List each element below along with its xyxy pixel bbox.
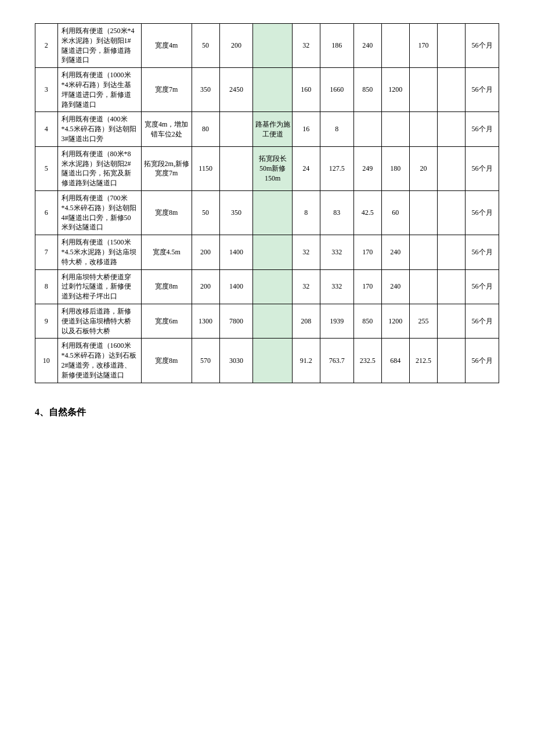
table-cell-4-10 — [409, 190, 437, 235]
table-cell-8-2: 宽度8m — [141, 339, 192, 383]
table-cell-7-2: 宽度6m — [141, 304, 192, 338]
table-cell-1-0: 3 — [35, 68, 58, 112]
table-cell-5-10 — [409, 235, 437, 269]
table-cell-8-10: 212.5 — [409, 339, 437, 383]
table-cell-0-0: 2 — [35, 24, 58, 68]
table-cell-1-11 — [438, 68, 466, 112]
data-table: 2利用既有便道（250米*4米水泥路）到达朝阳1#隧道进口旁，新修道路到隧道口宽… — [35, 23, 499, 383]
table-cell-7-10: 255 — [409, 304, 437, 338]
table-cell-1-7: 1660 — [320, 68, 353, 112]
table-cell-7-8: 850 — [353, 304, 381, 338]
table-cell-2-7: 8 — [320, 112, 353, 146]
table-cell-7-3: 1300 — [192, 304, 219, 338]
table-cell-7-11 — [438, 304, 466, 338]
table-cell-3-0: 5 — [35, 146, 58, 190]
table-cell-6-0: 8 — [35, 269, 58, 304]
table-cell-1-5 — [253, 68, 292, 112]
table-cell-2-1: 利用既有便道（400米*4.5米碎石路）到达朝阳3#隧道出口旁 — [57, 112, 141, 146]
section-title: 4、自然条件 — [35, 406, 499, 419]
table-cell-8-6: 91.2 — [292, 339, 320, 383]
table-cell-2-8 — [353, 112, 381, 146]
table-cell-8-8: 232.5 — [353, 339, 381, 383]
table-cell-0-7: 186 — [320, 24, 353, 68]
table-cell-5-9: 240 — [381, 235, 409, 269]
table-cell-6-10 — [409, 269, 437, 304]
main-table-container: 2利用既有便道（250米*4米水泥路）到达朝阳1#隧道进口旁，新修道路到隧道口宽… — [35, 23, 499, 383]
table-cell-1-4: 2450 — [219, 68, 253, 112]
table-cell-0-3: 50 — [192, 24, 219, 68]
table-cell-5-7: 332 — [320, 235, 353, 269]
table-cell-8-12: 56个月 — [466, 339, 499, 383]
table-cell-6-11 — [438, 269, 466, 304]
table-cell-3-12: 56个月 — [466, 146, 499, 190]
table-cell-7-0: 9 — [35, 304, 58, 338]
table-row: 6利用既有便道（700米*4.5米碎石路）到达朝阳4#隧道出口旁，新修50米到达… — [35, 190, 499, 235]
table-cell-7-7: 1939 — [320, 304, 353, 338]
table-cell-4-3: 50 — [192, 190, 219, 235]
table-cell-5-11 — [438, 235, 466, 269]
table-cell-3-4 — [219, 146, 253, 190]
table-cell-4-9: 60 — [381, 190, 409, 235]
table-cell-1-2: 宽度7m — [141, 68, 192, 112]
table-cell-0-12: 56个月 — [466, 24, 499, 68]
table-cell-6-6: 32 — [292, 269, 320, 304]
table-cell-0-8: 240 — [353, 24, 381, 68]
table-cell-4-6: 8 — [292, 190, 320, 235]
table-cell-6-12: 56个月 — [466, 269, 499, 304]
table-cell-2-11 — [438, 112, 466, 146]
table-cell-6-3: 200 — [192, 269, 219, 304]
table-cell-5-3: 200 — [192, 235, 219, 269]
table-cell-6-4: 1400 — [219, 269, 253, 304]
table-cell-4-12: 56个月 — [466, 190, 499, 235]
table-cell-2-0: 4 — [35, 112, 58, 146]
table-cell-0-6: 32 — [292, 24, 320, 68]
table-cell-4-0: 6 — [35, 190, 58, 235]
table-cell-2-9 — [381, 112, 409, 146]
table-cell-4-1: 利用既有便道（700米*4.5米碎石路）到达朝阳4#隧道出口旁，新修50米到达隧… — [57, 190, 141, 235]
table-cell-5-8: 170 — [353, 235, 381, 269]
table-cell-5-12: 56个月 — [466, 235, 499, 269]
table-cell-4-8: 42.5 — [353, 190, 381, 235]
table-cell-6-5 — [253, 269, 292, 304]
table-cell-8-11 — [438, 339, 466, 383]
table-row: 4利用既有便道（400米*4.5米碎石路）到达朝阳3#隧道出口旁宽度4m，增加错… — [35, 112, 499, 146]
table-cell-1-9: 1200 — [381, 68, 409, 112]
table-cell-1-8: 850 — [353, 68, 381, 112]
table-cell-8-7: 763.7 — [320, 339, 353, 383]
table-cell-5-0: 7 — [35, 235, 58, 269]
table-cell-8-5 — [253, 339, 292, 383]
table-cell-1-10 — [409, 68, 437, 112]
table-cell-6-2: 宽度8m — [141, 269, 192, 304]
table-cell-5-6: 32 — [292, 235, 320, 269]
table-cell-6-9: 240 — [381, 269, 409, 304]
table-cell-8-4: 3030 — [219, 339, 253, 383]
table-cell-4-4: 350 — [219, 190, 253, 235]
table-cell-5-1: 利用既有便道（1500米*4.5米水泥路）到达庙坝特大桥，改移道路 — [57, 235, 141, 269]
table-row: 9利用改移后道路，新修便道到达庙坝槽特大桥以及石板特大桥宽度6m13007800… — [35, 304, 499, 338]
table-cell-2-5: 路基作为施工便道 — [253, 112, 292, 146]
table-cell-4-5 — [253, 190, 292, 235]
table-row: 2利用既有便道（250米*4米水泥路）到达朝阳1#隧道进口旁，新修道路到隧道口宽… — [35, 24, 499, 68]
table-cell-7-9: 1200 — [381, 304, 409, 338]
table-cell-3-1: 利用既有便道（80米*8米水泥路）到达朝阳2#隧道出口旁，拓宽及新修道路到达隧道… — [57, 146, 141, 190]
table-row: 8利用庙坝特大桥便道穿过刺竹坛隧道，新修便道到达柑子坪出口宽度8m2001400… — [35, 269, 499, 304]
table-row: 7利用既有便道（1500米*4.5米水泥路）到达庙坝特大桥，改移道路宽度4.5m… — [35, 235, 499, 269]
table-cell-7-4: 7800 — [219, 304, 253, 338]
table-cell-7-5 — [253, 304, 292, 338]
table-cell-3-3: 1150 — [192, 146, 219, 190]
table-cell-3-10: 20 — [409, 146, 437, 190]
table-cell-0-11 — [438, 24, 466, 68]
table-cell-5-5 — [253, 235, 292, 269]
table-cell-1-1: 利用既有便道（1000米*4米碎石路）到达生基坪隧道进口旁，新修道路到隧道口 — [57, 68, 141, 112]
table-row: 3利用既有便道（1000米*4米碎石路）到达生基坪隧道进口旁，新修道路到隧道口宽… — [35, 68, 499, 112]
table-cell-8-0: 10 — [35, 339, 58, 383]
table-cell-2-6: 16 — [292, 112, 320, 146]
table-cell-4-7: 83 — [320, 190, 353, 235]
table-row: 5利用既有便道（80米*8米水泥路）到达朝阳2#隧道出口旁，拓宽及新修道路到达隧… — [35, 146, 499, 190]
table-cell-0-10: 170 — [409, 24, 437, 68]
table-cell-7-12: 56个月 — [466, 304, 499, 338]
table-cell-0-1: 利用既有便道（250米*4米水泥路）到达朝阳1#隧道进口旁，新修道路到隧道口 — [57, 24, 141, 68]
table-cell-8-1: 利用既有便道（1600米*4.5米碎石路）达到石板2#隧道旁，改移道路、新修便道… — [57, 339, 141, 383]
table-cell-8-9: 684 — [381, 339, 409, 383]
table-cell-2-10 — [409, 112, 437, 146]
